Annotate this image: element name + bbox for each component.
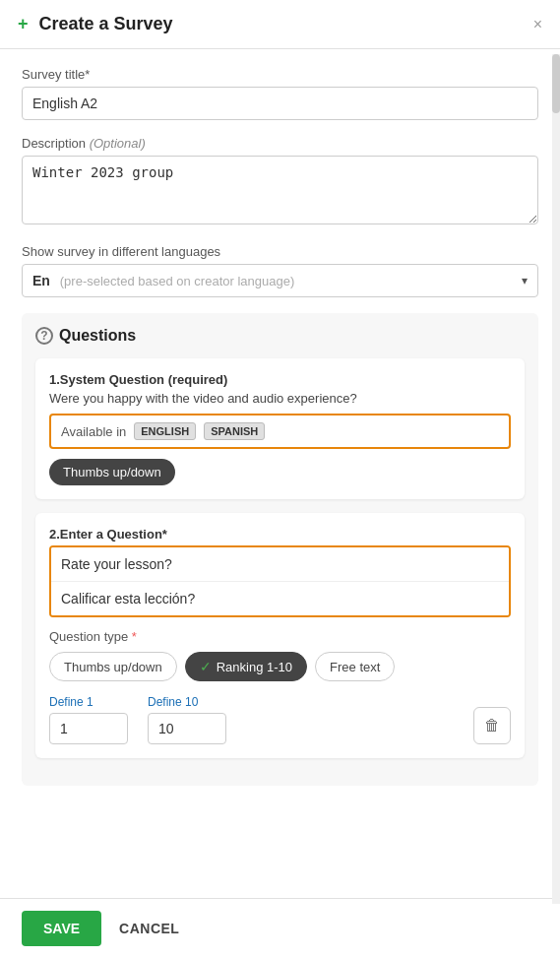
define-10-label: Define 10 [148, 695, 226, 709]
description-group: Description (Optional) Winter 2023 group [22, 136, 538, 228]
modal-footer: SAVE CANCEL [0, 898, 560, 958]
language-group: Show survey in different languages En (p… [22, 244, 538, 297]
trash-icon: 🗑 [484, 717, 500, 734]
question-2-number: 2.Enter a Question* [49, 527, 511, 542]
thumbs-up-down-button[interactable]: Thumbs up/down [49, 459, 175, 485]
questions-title: Questions [59, 327, 136, 345]
question-type-options: Thumbs up/down ✓ Ranking 1-10 Free text [49, 652, 511, 681]
language-hint: (pre-selected based on creator language) [60, 274, 294, 288]
modal-body: Survey title* Description (Optional) Win… [0, 49, 560, 898]
question-1-number: 1.System Question (required) [49, 372, 511, 387]
lang-badge-spanish: SPANISH [204, 422, 265, 440]
questions-header: ? Questions [35, 327, 525, 345]
lang-badge-english: ENGLISH [134, 422, 196, 440]
cancel-button[interactable]: CANCEL [113, 911, 185, 946]
scrollbar-thumb [552, 54, 560, 113]
question-2-card: 2.Enter a Question* Question type * Thum… [35, 513, 525, 758]
modal-header: + Create a Survey × [0, 0, 560, 49]
define-10-input[interactable] [148, 713, 226, 744]
delete-question-button[interactable]: 🗑 [473, 707, 511, 744]
language-code: En [32, 273, 50, 288]
description-label: Description (Optional) [22, 136, 538, 151]
define-1-input[interactable] [49, 713, 128, 744]
question-type-label: Question type * [49, 629, 511, 644]
plus-icon: + [18, 14, 29, 33]
define-1-group: Define 1 [49, 695, 128, 744]
survey-title-group: Survey title* [22, 67, 538, 120]
type-ranking-button[interactable]: ✓ Ranking 1-10 [185, 652, 307, 681]
checkmark-icon: ✓ [200, 659, 212, 674]
question-2-input-box [49, 545, 511, 617]
modal-container: + Create a Survey × Survey title* Descri… [0, 0, 560, 958]
questions-section: ? Questions 1.System Question (required)… [22, 313, 538, 786]
chevron-down-icon: ▾ [522, 274, 528, 287]
define-10-group: Define 10 [148, 695, 226, 744]
available-in-label: Available in [61, 424, 126, 439]
question-1-card: 1.System Question (required) Were you ha… [35, 358, 525, 499]
available-in-row: Available in ENGLISH SPANISH [49, 414, 511, 449]
type-thumbs-button[interactable]: Thumbs up/down [49, 652, 177, 681]
close-icon[interactable]: × [533, 16, 542, 33]
language-label: Show survey in different languages [22, 244, 538, 259]
save-button[interactable]: SAVE [22, 911, 101, 946]
survey-title-label: Survey title* [22, 67, 538, 82]
scrollbar[interactable] [552, 54, 560, 904]
define-1-label: Define 1 [49, 695, 128, 709]
survey-title-input[interactable] [22, 87, 538, 120]
description-textarea[interactable]: Winter 2023 group [22, 156, 538, 224]
language-select[interactable]: En (pre-selected based on creator langua… [22, 264, 538, 297]
question-1-text: Were you happy with the video and audio … [49, 391, 511, 406]
question-2-input-en[interactable] [51, 547, 509, 582]
help-icon[interactable]: ? [35, 327, 53, 345]
define-row: Define 1 Define 10 🗑 [49, 695, 511, 744]
modal-title: + Create a Survey [18, 14, 173, 34]
type-freetext-button[interactable]: Free text [315, 652, 395, 681]
question-2-input-es[interactable] [51, 582, 509, 615]
